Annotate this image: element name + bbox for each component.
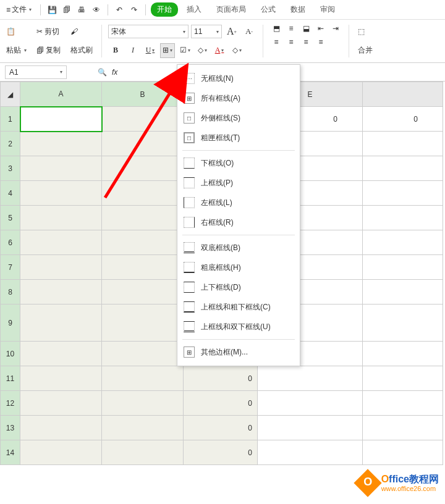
border-outer-item[interactable]: □外侧框线(S) <box>177 108 300 128</box>
cell[interactable]: 0 <box>184 391 258 416</box>
border-right-item[interactable]: 右框线(R) <box>177 212 300 232</box>
eraser-button[interactable]: ◇▾ <box>229 43 244 58</box>
row-header[interactable]: 14 <box>1 440 20 465</box>
bold-button[interactable]: B <box>108 43 123 58</box>
cell[interactable] <box>258 416 363 440</box>
cell[interactable] <box>363 206 443 230</box>
undo-icon[interactable]: ↶ <box>113 4 125 16</box>
paste-label[interactable]: 粘贴▾ <box>4 44 29 57</box>
cell[interactable] <box>102 107 184 132</box>
justify-button[interactable]: ≡ <box>314 36 328 48</box>
copy-button[interactable]: 🗐复制 <box>34 44 63 57</box>
name-box[interactable]: A1▾ <box>5 65 67 79</box>
cut-button[interactable]: ✂剪切 <box>34 25 63 38</box>
underline-button[interactable]: U▾ <box>143 43 158 58</box>
file-menu[interactable]: ≡ 文件 ▾ <box>2 3 35 16</box>
cell[interactable] <box>20 304 102 342</box>
format-painter-label[interactable]: 格式刷 <box>68 44 95 57</box>
print-icon[interactable]: 🖶 <box>75 4 88 16</box>
border-top-bottom-item[interactable]: 上下框线(D) <box>177 277 300 297</box>
decrease-font-button[interactable]: A- <box>242 24 256 39</box>
cell[interactable] <box>363 132 443 156</box>
font-size-select[interactable]: 11▾ <box>191 25 222 38</box>
border-button[interactable]: ⊞▾ <box>160 43 175 58</box>
row-header[interactable]: 2 <box>1 132 20 156</box>
cell[interactable] <box>20 416 102 440</box>
cell[interactable] <box>20 206 102 230</box>
cell[interactable] <box>363 156 443 181</box>
row-header[interactable]: 13 <box>1 416 20 440</box>
cell[interactable] <box>363 230 443 255</box>
cell[interactable] <box>102 416 184 440</box>
cell[interactable] <box>363 391 443 416</box>
select-all-corner[interactable]: ◢ <box>1 82 20 107</box>
align-bottom-button[interactable]: ⬓ <box>299 22 313 35</box>
cell-a1[interactable] <box>20 107 102 132</box>
tab-data[interactable]: 数据 <box>284 2 312 17</box>
row-header[interactable]: 3 <box>1 156 20 181</box>
cell[interactable] <box>102 181 184 206</box>
row-header[interactable]: 11 <box>1 366 20 391</box>
cell[interactable] <box>363 255 443 280</box>
align-middle-button[interactable]: ≡ <box>284 22 298 35</box>
row-header[interactable]: 7 <box>1 255 20 280</box>
cell[interactable] <box>102 255 184 280</box>
cell[interactable] <box>363 304 443 342</box>
tab-formula[interactable]: 公式 <box>255 2 282 17</box>
row-header[interactable]: 9 <box>1 304 20 342</box>
font-color-button[interactable]: A▾ <box>212 43 227 58</box>
align-right-button[interactable]: ≡ <box>299 36 313 48</box>
zoom-icon[interactable]: 🔍 <box>98 68 107 77</box>
fx-icon[interactable]: fx <box>112 68 117 77</box>
italic-button[interactable]: I <box>125 43 140 58</box>
cell[interactable] <box>20 391 102 416</box>
fill-check-button[interactable]: ☑▾ <box>177 43 192 58</box>
save-icon[interactable]: 💾 <box>46 4 58 16</box>
cell[interactable] <box>102 280 184 304</box>
redo-icon[interactable]: ↷ <box>128 4 140 16</box>
border-dbl-bottom-item[interactable]: 双底框线(B) <box>177 238 300 258</box>
row-header[interactable]: 1 <box>1 107 20 132</box>
cell[interactable] <box>20 440 102 465</box>
cell[interactable] <box>102 156 184 181</box>
border-top-item[interactable]: 上框线(P) <box>177 173 300 193</box>
row-header[interactable]: 4 <box>1 181 20 206</box>
row-header[interactable]: 6 <box>1 230 20 255</box>
save-as-icon[interactable]: 🗐 <box>61 4 73 16</box>
print-preview-icon[interactable]: 👁 <box>90 4 103 16</box>
border-more-item[interactable]: ⊞其他边框(M)... <box>177 342 300 362</box>
align-center-button[interactable]: ≡ <box>284 36 298 48</box>
merge-button[interactable]: ⬚ <box>355 26 375 37</box>
cell[interactable]: 0 <box>184 440 258 465</box>
cell[interactable] <box>258 366 363 391</box>
align-top-button[interactable]: ⬒ <box>269 22 283 35</box>
format-painter-button[interactable]: 🖌 <box>68 26 95 37</box>
row-header[interactable]: 8 <box>1 280 20 304</box>
row-header[interactable]: 12 <box>1 391 20 416</box>
cell[interactable] <box>102 366 184 391</box>
cell[interactable] <box>363 416 443 440</box>
merge-label[interactable]: 合并 <box>355 44 375 57</box>
border-all-item[interactable]: ⊞所有框线(A) <box>177 88 300 108</box>
paste-button[interactable]: 📋 <box>4 26 29 37</box>
cell[interactable] <box>102 230 184 255</box>
row-header[interactable]: 10 <box>1 342 20 366</box>
cell[interactable] <box>20 366 102 391</box>
border-top-dbl-bottom-item[interactable]: 上框线和双下框线(U) <box>177 317 300 337</box>
cell[interactable] <box>102 440 184 465</box>
cell[interactable] <box>102 304 184 342</box>
cell[interactable] <box>20 280 102 304</box>
cell[interactable] <box>102 391 184 416</box>
cell[interactable] <box>363 342 443 366</box>
cell[interactable] <box>363 366 443 391</box>
cell[interactable] <box>20 181 102 206</box>
cell[interactable]: 0 <box>363 107 443 132</box>
row-header[interactable]: 5 <box>1 206 20 230</box>
cell[interactable] <box>363 181 443 206</box>
cell[interactable] <box>20 132 102 156</box>
cell[interactable] <box>258 440 363 465</box>
fill-color-button[interactable]: ◇▾ <box>195 43 210 58</box>
cell[interactable]: 0 <box>184 366 258 391</box>
border-thick-item[interactable]: □粗匣框线(T) <box>177 128 300 148</box>
border-left-item[interactable]: 左框线(L) <box>177 193 300 212</box>
